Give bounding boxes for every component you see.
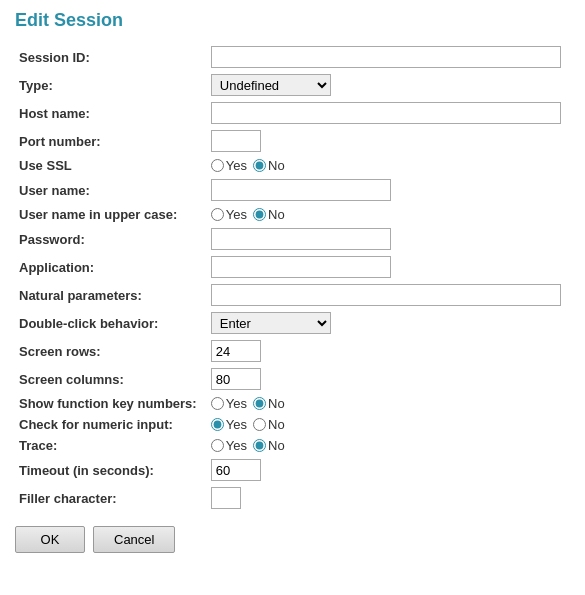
port-number-label: Port number: xyxy=(15,127,207,155)
ok-button[interactable]: OK xyxy=(15,526,85,553)
check-numeric-label: Check for numeric input: xyxy=(15,414,207,435)
natural-parameters-label: Natural parameters: xyxy=(15,281,207,309)
use-ssl-no-radio[interactable] xyxy=(253,159,266,172)
use-ssl-no-label[interactable]: No xyxy=(253,158,285,173)
screen-columns-label: Screen columns: xyxy=(15,365,207,393)
check-numeric-radio-group: Yes No xyxy=(211,417,566,432)
trace-label: Trace: xyxy=(15,435,207,456)
button-row: OK Cancel xyxy=(15,526,570,553)
user-name-upper-no-label[interactable]: No xyxy=(253,207,285,222)
user-name-upper-yes-label[interactable]: Yes xyxy=(211,207,247,222)
show-function-key-no-label[interactable]: No xyxy=(253,396,285,411)
trace-no-label[interactable]: No xyxy=(253,438,285,453)
double-click-select[interactable]: Enter Tab None xyxy=(211,312,331,334)
check-numeric-yes-label[interactable]: Yes xyxy=(211,417,247,432)
user-name-input[interactable] xyxy=(211,179,391,201)
timeout-label: Timeout (in seconds): xyxy=(15,456,207,484)
show-function-key-no-text: No xyxy=(268,396,285,411)
session-id-label: Session ID: xyxy=(15,43,207,71)
show-function-key-yes-text: Yes xyxy=(226,396,247,411)
trace-radio-group: Yes No xyxy=(211,438,566,453)
trace-no-radio[interactable] xyxy=(253,439,266,452)
host-name-label: Host name: xyxy=(15,99,207,127)
application-input[interactable] xyxy=(211,256,391,278)
check-numeric-yes-radio[interactable] xyxy=(211,418,224,431)
check-numeric-yes-text: Yes xyxy=(226,417,247,432)
show-function-key-no-radio[interactable] xyxy=(253,397,266,410)
user-name-upper-label: User name in upper case: xyxy=(15,204,207,225)
show-function-key-label: Show function key numbers: xyxy=(15,393,207,414)
password-input[interactable] xyxy=(211,228,391,250)
use-ssl-radio-group: Yes No xyxy=(211,158,566,173)
session-id-input[interactable] xyxy=(211,46,561,68)
port-number-input[interactable] xyxy=(211,130,261,152)
use-ssl-yes-label[interactable]: Yes xyxy=(211,158,247,173)
host-name-input[interactable] xyxy=(211,102,561,124)
show-function-key-radio-group: Yes No xyxy=(211,396,566,411)
user-name-upper-no-text: No xyxy=(268,207,285,222)
timeout-input[interactable] xyxy=(211,459,261,481)
show-function-key-yes-label[interactable]: Yes xyxy=(211,396,247,411)
show-function-key-yes-radio[interactable] xyxy=(211,397,224,410)
page-title: Edit Session xyxy=(15,10,570,31)
cancel-button[interactable]: Cancel xyxy=(93,526,175,553)
password-label: Password: xyxy=(15,225,207,253)
use-ssl-no-text: No xyxy=(268,158,285,173)
user-name-upper-radio-group: Yes No xyxy=(211,207,566,222)
trace-yes-label[interactable]: Yes xyxy=(211,438,247,453)
trace-yes-radio[interactable] xyxy=(211,439,224,452)
trace-yes-text: Yes xyxy=(226,438,247,453)
filler-character-label: Filler character: xyxy=(15,484,207,512)
natural-parameters-input[interactable] xyxy=(211,284,561,306)
screen-rows-label: Screen rows: xyxy=(15,337,207,365)
screen-rows-input[interactable] xyxy=(211,340,261,362)
check-numeric-no-label[interactable]: No xyxy=(253,417,285,432)
double-click-label: Double-click behavior: xyxy=(15,309,207,337)
use-ssl-label: Use SSL xyxy=(15,155,207,176)
user-name-upper-no-radio[interactable] xyxy=(253,208,266,221)
user-name-label: User name: xyxy=(15,176,207,204)
check-numeric-no-text: No xyxy=(268,417,285,432)
type-label: Type: xyxy=(15,71,207,99)
use-ssl-yes-text: Yes xyxy=(226,158,247,173)
screen-columns-input[interactable] xyxy=(211,368,261,390)
type-select[interactable]: Undefined VT100 VT220 IBM3270 IBM5250 xyxy=(211,74,331,96)
user-name-upper-yes-text: Yes xyxy=(226,207,247,222)
check-numeric-no-radio[interactable] xyxy=(253,418,266,431)
trace-no-text: No xyxy=(268,438,285,453)
filler-character-input[interactable] xyxy=(211,487,241,509)
edit-session-form: Session ID: Type: Undefined VT100 VT220 … xyxy=(15,43,570,512)
use-ssl-yes-radio[interactable] xyxy=(211,159,224,172)
application-label: Application: xyxy=(15,253,207,281)
user-name-upper-yes-radio[interactable] xyxy=(211,208,224,221)
